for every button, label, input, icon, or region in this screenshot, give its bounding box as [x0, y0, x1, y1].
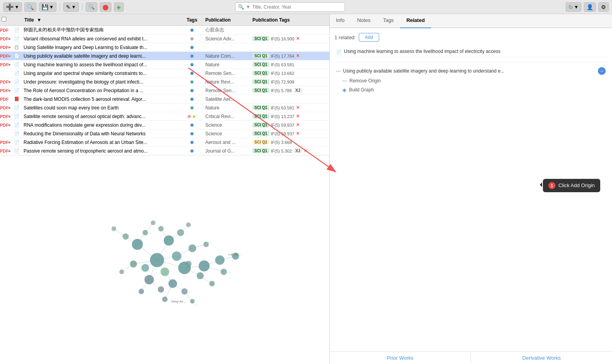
tag-xj: XJ	[294, 148, 302, 153]
row-check[interactable]: PDF	[0, 106, 8, 110]
col-publication-header: Publication	[204, 17, 251, 23]
table-row[interactable]: PDF 📕 The dark-land MODIS collection 5 a…	[0, 95, 329, 104]
tag-if: IF(5) 72.908	[271, 80, 294, 84]
row-publication: Aerosol and ...	[204, 140, 251, 145]
table-row[interactable]: 📄 Reducing the Dimensionality of Data wi…	[0, 129, 329, 138]
row-check[interactable]: PDF	[0, 80, 8, 84]
row-expand[interactable]: ►	[8, 45, 14, 49]
row-publication: Nature Com...	[204, 53, 251, 59]
build-graph-row[interactable]: ◈ Build Graph	[334, 85, 607, 95]
row-check[interactable]: PDF	[0, 54, 8, 58]
row-tags	[180, 29, 204, 32]
row-check[interactable]: PDF	[0, 28, 8, 33]
locate-button[interactable]: 🔍	[24, 2, 37, 12]
table-row[interactable]: PDF ► 📄 RNA modifications modulate gene …	[0, 121, 329, 129]
row-check[interactable]: PDF	[0, 62, 8, 67]
right-panel: Info Notes Tags Related 1 related: Add 📄…	[330, 14, 612, 364]
row-title: Passive remote sensing of tropospheric a…	[22, 148, 180, 154]
svg-point-31	[150, 253, 164, 267]
tag-badge: SCI Q1	[252, 71, 269, 76]
row-expand[interactable]: ►	[8, 54, 14, 58]
col-title-header[interactable]: Title ▼	[22, 17, 180, 23]
row-type: 📄	[14, 114, 22, 119]
row-check[interactable]: PDF	[0, 123, 8, 127]
tab-related[interactable]: Related	[400, 14, 431, 28]
derivative-works-button[interactable]: Derivative Works	[471, 353, 612, 363]
row-expand[interactable]: ►	[8, 62, 14, 67]
tag-badge: SCI Q1	[252, 53, 269, 58]
row-tags	[180, 46, 204, 49]
row-title: Satellites could soon map every tree on …	[22, 105, 180, 111]
sync-button[interactable]: ↻ ▼	[566, 2, 581, 12]
sync-icon: ↻	[568, 4, 573, 10]
row-expand[interactable]: ►	[8, 149, 14, 153]
origin-arrow-button[interactable]: →	[598, 67, 606, 75]
settings-button[interactable]: ⚙	[598, 2, 609, 12]
table-row[interactable]: PDF ► 📄 The Role of Aerosol Concentratio…	[0, 86, 329, 95]
svg-text:...: ...	[228, 270, 231, 273]
search-input[interactable]	[252, 4, 342, 10]
row-type: 📄	[14, 140, 22, 145]
search-btn[interactable]: 🔍	[86, 2, 97, 12]
table-row[interactable]: PDF ► 📄 Variant ribosomal RNA alleles ar…	[0, 35, 329, 43]
row-title: Using machine learning to assess the liv…	[22, 62, 180, 67]
sort-icon: ▼	[37, 17, 42, 23]
tab-notes[interactable]: Notes	[351, 14, 377, 28]
row-tags	[180, 98, 204, 101]
row-check[interactable]: PDF	[0, 36, 8, 41]
row-title: Variant ribosomal RNA alleles are conser…	[22, 36, 180, 42]
search-bar[interactable]: 🔍 ▼	[235, 2, 345, 12]
table-row[interactable]: PDF ► 📄 Satellites could soon map every …	[0, 104, 329, 112]
x-mark: ✕	[296, 36, 300, 41]
add-related-button[interactable]: Add	[359, 33, 379, 42]
table-row[interactable]: PDF ► 📄 Radiative Forcing Estimation of …	[0, 138, 329, 147]
row-tags: ★	[180, 114, 204, 119]
row-publication: Critical Revi...	[204, 114, 251, 119]
add-button[interactable]: ➕ ▼	[3, 2, 22, 12]
row-pubtags: SCI Q2 IF(5) 3.668	[251, 140, 329, 145]
row-expand[interactable]: ►	[8, 140, 14, 144]
tag-dot	[188, 115, 191, 118]
col-pubtags-header: Publication Tags	[251, 17, 329, 23]
table-row[interactable]: 📄 Using angular and spectral shape simil…	[0, 69, 329, 78]
svg-text:Deep As...: Deep As...	[171, 300, 186, 303]
tab-tags[interactable]: Tags	[377, 14, 400, 28]
row-expand[interactable]: ►	[8, 114, 14, 118]
save-button[interactable]: 💾 ▼	[39, 2, 57, 12]
table-row[interactable]: PDF ► 📄 Under pressure: investigating th…	[0, 78, 329, 86]
row-expand[interactable]: ►	[8, 88, 14, 93]
row-check[interactable]: PDF	[0, 140, 8, 145]
row-pubtags: SCI Q1 IF(5) 16.900 ✕	[251, 36, 329, 41]
remove-origin-row[interactable]: — Remove Origin	[334, 76, 607, 85]
graph-btn[interactable]: ◈	[114, 2, 124, 12]
select-all-checkbox[interactable]	[2, 17, 6, 22]
locate-icon: 🔍	[27, 4, 34, 10]
row-expand[interactable]: ►	[8, 123, 14, 127]
table-row[interactable]: PDF 📄 卵圆孔未闭相关卒中预防中国专家指南 心脏杂志	[0, 26, 329, 35]
filter-btn[interactable]: ⬤	[100, 2, 111, 12]
row-expand[interactable]: ►	[8, 80, 14, 84]
row-expand[interactable]: ►	[8, 106, 14, 110]
save-dropdown-icon: ▼	[49, 4, 54, 10]
table-row[interactable]: PDF ► 📋 Using Satellite Imagery and Deep…	[0, 43, 329, 52]
svg-point-37	[130, 260, 137, 268]
tag-dot	[190, 89, 194, 92]
row-check[interactable]: PDF	[0, 114, 8, 119]
prior-works-button[interactable]: Prior Works	[330, 353, 471, 363]
table-row[interactable]: PDF ► 📄 Satellite remote sensing of aero…	[0, 112, 329, 121]
row-check[interactable]: PDF	[0, 88, 8, 93]
account-button[interactable]: 👤	[584, 2, 596, 12]
row-check[interactable]: PDF	[0, 149, 8, 153]
edit-button[interactable]: ✎ ▼	[63, 2, 79, 12]
settings-icon: ⚙	[601, 4, 606, 10]
tag-dot	[190, 106, 194, 109]
row-check[interactable]: PDF	[0, 97, 8, 102]
table-row[interactable]: PDF ► 📄 Using machine learning to assess…	[0, 60, 329, 69]
table-row[interactable]: PDF ► 📄 Using publicly available satelli…	[0, 52, 329, 60]
tab-info[interactable]: Info	[330, 14, 351, 28]
row-expand[interactable]: ►	[8, 36, 14, 41]
row-pubtags: SCI Q1 IF(5) 72.908	[251, 79, 329, 84]
table-row[interactable]: PDF ► 📄 Passive remote sensing of tropos…	[0, 147, 329, 155]
row-check[interactable]: PDF	[0, 45, 8, 50]
row-title: Radiative Forcing Estimation of Aerosols…	[22, 140, 180, 145]
